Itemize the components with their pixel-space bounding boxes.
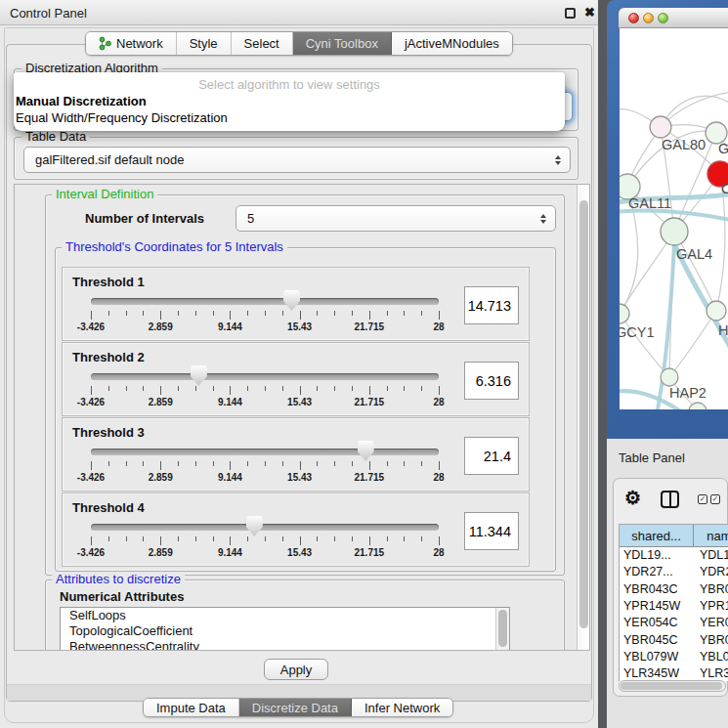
slider-tick	[108, 386, 109, 391]
slider-tick-label: 28	[407, 547, 470, 558]
network-canvas[interactable]: GAL80GACGAL11GAL4GCY1HHAP2	[620, 28, 728, 409]
table-row[interactable]: YBR045CYBR04	[620, 632, 728, 649]
slider-tick	[160, 461, 161, 470]
slider-thumb[interactable]	[191, 365, 207, 386]
list-scrollbar[interactable]	[495, 608, 509, 651]
slider-tick	[317, 311, 318, 316]
slider-track[interactable]	[91, 524, 439, 531]
tab-select[interactable]: Select	[232, 32, 293, 55]
tab-infer-network[interactable]: Infer Network	[352, 699, 452, 716]
node-label-ga: GA	[718, 141, 728, 156]
slider-tick	[108, 311, 109, 316]
slider-tick	[143, 461, 144, 466]
settings-scrollbar-thumb[interactable]	[579, 200, 588, 628]
tab-impute-data[interactable]: Impute Data	[144, 699, 239, 716]
threshold-value-field[interactable]: 6.316	[464, 362, 519, 400]
table-scrollbar-thumb[interactable]	[621, 682, 722, 690]
minimize-traffic-light-icon[interactable]	[643, 13, 654, 23]
slider-tick	[91, 461, 92, 470]
threshold-value-field[interactable]: 11.344	[464, 512, 519, 550]
number-of-intervals-combobox[interactable]: 5	[236, 205, 556, 232]
slider-tick	[300, 461, 301, 470]
network-node[interactable]	[620, 304, 629, 323]
table-row[interactable]: YPR145WYPR14	[620, 598, 728, 615]
numerical-attributes-list[interactable]: SelfLoopsTopologicalCoefficientBetweenne…	[60, 607, 510, 651]
popup-item-manual-discretization[interactable]: Manual Discretization	[16, 94, 147, 108]
zoom-traffic-light-icon[interactable]	[658, 13, 668, 23]
table-row[interactable]: YBL079WYBL07	[620, 649, 728, 665]
slider-tick	[404, 386, 405, 391]
number-of-intervals-label: Number of Intervals	[85, 211, 204, 226]
checkbox-icon[interactable]: ✓	[710, 494, 720, 504]
slider-track[interactable]	[91, 298, 439, 305]
slider-tick-label: 28	[407, 472, 470, 483]
slider-tick	[247, 536, 248, 541]
tab-label: Infer Network	[364, 701, 440, 715]
network-node[interactable]	[707, 301, 726, 321]
list-item-topologicalcoefficient[interactable]: TopologicalCoefficient	[61, 623, 509, 639]
threshold-row-3: Threshold 3-3.4262.8599.14415.4321.71528…	[62, 417, 530, 492]
table-row[interactable]: YER054CYER05	[620, 615, 728, 631]
gear-icon[interactable]: ⚙	[624, 487, 641, 509]
slider-thumb[interactable]	[358, 441, 374, 461]
slider-tick	[387, 461, 388, 466]
tab-cyni-toolbox[interactable]: Cyni Toolbox	[293, 32, 392, 55]
slider-tick	[126, 536, 127, 541]
table-row[interactable]: YLR345WYLR34	[620, 665, 728, 681]
tab-style[interactable]: Style	[177, 32, 232, 55]
tab-network[interactable]: Network	[86, 32, 177, 55]
slider-tick	[247, 311, 248, 316]
slider-tick	[334, 311, 335, 316]
network-node[interactable]	[650, 116, 671, 138]
checkbox-icon[interactable]: ✓	[698, 494, 707, 504]
table-row[interactable]: YDR27...YDR27	[620, 564, 728, 580]
slider-tick	[108, 461, 109, 466]
slider-tick	[300, 536, 301, 545]
list-item-selfloops[interactable]: SelfLoops	[61, 608, 509, 623]
table-row[interactable]: YBR043CYBR04	[620, 581, 728, 598]
network-node[interactable]	[661, 368, 678, 386]
split-columns-icon[interactable]	[661, 491, 679, 508]
slider-tick-label: 15.43	[269, 472, 331, 483]
slider-track[interactable]	[91, 373, 439, 380]
slider-tick-label: 15.43	[269, 547, 331, 558]
table-data-combobox[interactable]: galFiltered.sif default node	[23, 147, 571, 173]
close-icon[interactable]: ✖	[584, 5, 595, 20]
slider-tick	[404, 536, 405, 541]
top-tab-bar: NetworkStyleSelectCyni ToolboxjActiveMNo…	[85, 31, 513, 56]
network-edge[interactable]	[669, 311, 716, 377]
list-item-betweennesscentrality[interactable]: BetweennessCentrality	[61, 639, 509, 651]
tab-discretize-data[interactable]: Discretize Data	[239, 699, 352, 716]
attributes-group-title: Attributes to discretize	[52, 573, 185, 585]
tab-label: Select	[244, 36, 279, 51]
slider-tick	[439, 311, 440, 320]
list-scrollbar-thumb[interactable]	[498, 610, 507, 647]
network-node[interactable]	[661, 218, 688, 245]
node-attribute-table[interactable]: shared...nameYDL19...YDL19YDR27...YDR27Y…	[619, 524, 728, 681]
table-horizontal-scrollbar[interactable]	[619, 680, 726, 692]
slider-thumb[interactable]	[283, 290, 300, 311]
slider-thumb[interactable]	[246, 516, 263, 536]
network-edge[interactable]	[620, 232, 674, 314]
column-header-shared[interactable]: shared...	[620, 525, 694, 547]
column-header-name[interactable]: name	[694, 525, 728, 547]
popup-item-equal-width-frequency[interactable]: Equal Width/Frequency Discretization	[16, 110, 228, 125]
threshold-label: Threshold 4	[72, 500, 145, 515]
slider-track[interactable]	[91, 449, 439, 455]
apply-button[interactable]: Apply	[264, 659, 328, 680]
threshold-value-field[interactable]: 14.713	[464, 286, 519, 324]
threshold-value-field[interactable]: 21.4	[464, 437, 519, 475]
table-row[interactable]: YDL19...YDL19	[620, 547, 728, 564]
close-traffic-light-icon[interactable]	[628, 13, 639, 23]
slider-tick	[230, 536, 231, 545]
slider-tick	[108, 536, 109, 541]
tab-jactivemnodules[interactable]: jActiveMNodules	[392, 32, 512, 55]
interval-definition-title: Interval Definition	[52, 188, 157, 200]
slider-tick	[247, 461, 248, 466]
network-edge[interactable]	[620, 314, 669, 377]
slider-tick-label: 2.859	[129, 472, 192, 483]
control-panel-titlebar: Control Panel ✖	[0, 0, 598, 25]
float-window-icon[interactable]	[565, 8, 576, 19]
settings-vertical-scrollbar[interactable]	[577, 185, 590, 650]
tab-label: Cyni Toolbox	[306, 36, 378, 51]
